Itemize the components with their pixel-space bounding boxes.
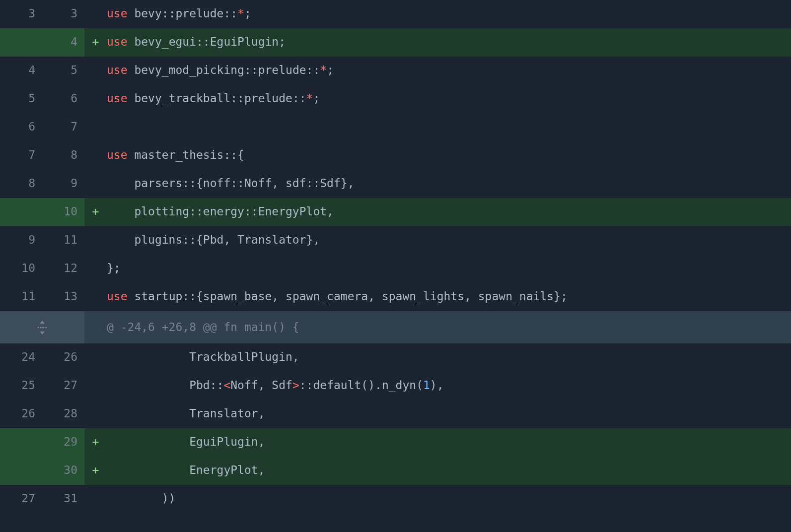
- line-number-old[interactable]: [0, 457, 42, 485]
- diff-container: 33 use bevy::prelude::*;4+use bevy_egui:…: [0, 0, 791, 532]
- diff-row: 2731 )): [0, 485, 791, 513]
- line-number-old[interactable]: 8: [0, 170, 42, 198]
- code-line[interactable]: plugins::{Pbd, Translator},: [107, 226, 791, 255]
- code-line[interactable]: use bevy_egui::EguiPlugin;: [107, 28, 791, 57]
- diff-sign: [84, 141, 107, 170]
- diff-sign: [84, 343, 107, 372]
- line-number-new[interactable]: 3: [42, 0, 84, 28]
- diff-row: 29+ EguiPlugin,: [0, 428, 791, 457]
- diff-row: 2426 TrackballPlugin,: [0, 343, 791, 372]
- code-line[interactable]: };: [107, 255, 791, 283]
- line-number-new[interactable]: 10: [42, 198, 84, 226]
- line-number-old[interactable]: 26: [0, 400, 42, 428]
- line-number-old[interactable]: 10: [0, 255, 42, 283]
- code-line[interactable]: [107, 113, 791, 141]
- line-number-new[interactable]: 13: [42, 283, 84, 311]
- diff-sign: [84, 485, 107, 513]
- token-star: *: [237, 7, 244, 20]
- diff-row: 1113 use startup::{spawn_base, spawn_cam…: [0, 283, 791, 311]
- line-number-new[interactable]: 26: [42, 343, 84, 372]
- line-number-new[interactable]: 31: [42, 485, 84, 513]
- code-line[interactable]: )): [107, 485, 791, 513]
- diff-sign: [84, 170, 107, 198]
- token: ;: [327, 64, 334, 76]
- hunk-expand-button[interactable]: [0, 311, 84, 343]
- code-line[interactable]: use master_thesis::{: [107, 141, 791, 170]
- line-number-old[interactable]: [0, 28, 42, 57]
- diff-row: 33 use bevy::prelude::*;: [0, 0, 791, 28]
- diff-row: 911 plugins::{Pbd, Translator},: [0, 226, 791, 255]
- code-line[interactable]: use bevy::prelude::*;: [107, 0, 791, 28]
- token: parsers::{noff::Noff, sdf::Sdf},: [107, 177, 355, 190]
- svg-point-2: [41, 327, 43, 328]
- diff-sign: +: [84, 428, 107, 457]
- token: TrackballPlugin,: [107, 350, 299, 363]
- line-number-new[interactable]: 9: [42, 170, 84, 198]
- line-number-new[interactable]: 30: [42, 457, 84, 485]
- token-kw: use: [107, 290, 128, 303]
- line-number-new[interactable]: 4: [42, 28, 84, 57]
- line-number-new[interactable]: 5: [42, 57, 84, 85]
- line-number-old[interactable]: 27: [0, 485, 42, 513]
- token: bevy_mod_picking::prelude::: [128, 64, 320, 76]
- token-kw: use: [107, 64, 128, 76]
- line-number-old[interactable]: 7: [0, 141, 42, 170]
- code-line[interactable]: use bevy_mod_picking::prelude::*;: [107, 57, 791, 85]
- code-line[interactable]: Translator,: [107, 400, 791, 428]
- code-line[interactable]: use bevy_trackball::prelude::*;: [107, 85, 791, 113]
- code-line[interactable]: use startup::{spawn_base, spawn_camera, …: [107, 283, 791, 311]
- line-number-old[interactable]: 5: [0, 85, 42, 113]
- line-number-old[interactable]: [0, 198, 42, 226]
- line-number-old[interactable]: 11: [0, 283, 42, 311]
- diff-sign: [84, 255, 107, 283]
- svg-point-1: [40, 327, 41, 328]
- line-number-new[interactable]: 27: [42, 372, 84, 400]
- token: EguiPlugin,: [107, 435, 265, 448]
- line-number-new[interactable]: 12: [42, 255, 84, 283]
- line-number-old[interactable]: 3: [0, 0, 42, 28]
- line-number-old[interactable]: 24: [0, 343, 42, 372]
- diff-sign: [84, 226, 107, 255]
- diff-row: 67: [0, 113, 791, 141]
- diff-row: 2527 Pbd::<Noff, Sdf>::default().n_dyn(1…: [0, 372, 791, 400]
- token: bevy::prelude::: [128, 7, 238, 20]
- line-number-new[interactable]: 29: [42, 428, 84, 457]
- line-number-new[interactable]: 6: [42, 85, 84, 113]
- token: startup::{spawn_base, spawn_camera, spaw…: [128, 290, 568, 303]
- diff-row: 56 use bevy_trackball::prelude::*;: [0, 85, 791, 113]
- diff-sign: [84, 0, 107, 28]
- svg-point-4: [45, 327, 47, 328]
- code-line[interactable]: Pbd::<Noff, Sdf>::default().n_dyn(1),: [107, 372, 791, 400]
- diff-row: 78 use master_thesis::{: [0, 141, 791, 170]
- diff-sign: [84, 372, 107, 400]
- code-line[interactable]: parsers::{noff::Noff, sdf::Sdf},: [107, 170, 791, 198]
- token: EnergyPlot,: [107, 464, 265, 476]
- svg-point-3: [43, 327, 45, 328]
- code-line[interactable]: EnergyPlot,: [107, 457, 791, 485]
- line-number-old[interactable]: 9: [0, 226, 42, 255]
- svg-point-0: [38, 327, 39, 328]
- code-line[interactable]: plotting::energy::EnergyPlot,: [107, 198, 791, 226]
- token: Pbd::: [107, 379, 223, 392]
- token: bevy_trackball::prelude::: [128, 92, 306, 105]
- diff-row: 2628 Translator,: [0, 400, 791, 428]
- diff-row: 10+ plotting::energy::EnergyPlot,: [0, 198, 791, 226]
- token-star: *: [306, 92, 313, 105]
- token: ;: [313, 92, 320, 105]
- line-number-new[interactable]: 7: [42, 113, 84, 141]
- code-line[interactable]: TrackballPlugin,: [107, 343, 791, 372]
- line-number-old[interactable]: 6: [0, 113, 42, 141]
- line-number-new[interactable]: 11: [42, 226, 84, 255]
- code-line[interactable]: EguiPlugin,: [107, 428, 791, 457]
- token-kw: use: [107, 35, 128, 48]
- line-number-old[interactable]: [0, 428, 42, 457]
- token-num: 1: [423, 379, 430, 392]
- hunk-header-row: @ -24,6 +26,8 @@ fn main() {: [0, 311, 791, 343]
- diff-row: 30+ EnergyPlot,: [0, 457, 791, 485]
- token: plugins::{Pbd, Translator},: [107, 233, 320, 246]
- diff-sign: +: [84, 28, 107, 57]
- line-number-new[interactable]: 28: [42, 400, 84, 428]
- line-number-new[interactable]: 8: [42, 141, 84, 170]
- line-number-old[interactable]: 4: [0, 57, 42, 85]
- line-number-old[interactable]: 25: [0, 372, 42, 400]
